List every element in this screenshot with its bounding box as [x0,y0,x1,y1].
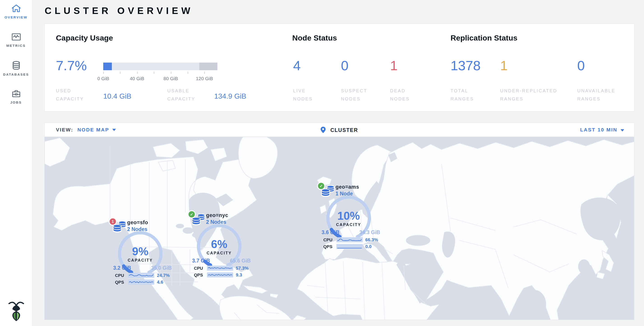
capacity-gauge-label: CAPACITY [322,222,375,227]
node-map-panel: VIEW: NODE MAP CLUSTER LAST 10 MIN [44,123,634,320]
sidebar-item-jobs[interactable]: JOBS [0,85,32,114]
briefcase-icon [11,89,21,98]
qps-sparkline [336,244,362,249]
locality-name: geo=ams [336,184,359,189]
cpu-label: CPU [115,273,128,278]
sidebar-item-label: METRICS [6,44,26,48]
capacity-axis-tick [154,72,154,74]
capacity-gauge-label: CAPACITY [193,251,245,255]
cpu-label: CPU [194,265,206,270]
database-icon [11,61,21,70]
capacity-gauge-percent: 10% [322,209,375,222]
node-locality-marker: 1 geo=sfo 2 Nodes 9% CAPACITY 3.2 GiB 35… [110,218,177,290]
under-replicated-ranges-label: UNDER-REPLICATED RANGES [500,87,557,103]
home-icon [11,4,21,13]
page-title: CLUSTER OVERVIEW [45,5,194,16]
sidebar-item-label: JOBS [10,100,22,104]
capacity-bar-used-segment [103,63,112,70]
cpu-value: 57.3% [236,265,249,270]
live-nodes-count: 4 [293,58,300,73]
sidebar-item-metrics[interactable]: METRICS [0,28,32,57]
locality-name: geo=sfo [127,220,148,225]
qps-label: QPS [194,272,206,277]
sidebar: OVERVIEW METRICS DATABASES JOBS [0,0,32,326]
capacity-axis-tick-label: 80 GiB [160,76,182,81]
capacity-bar [103,63,217,70]
qps-label: QPS [115,279,128,284]
qps-value: 4.6 [157,279,163,284]
total-ranges-count: 1378 [450,58,481,73]
cpu-value: 66.3% [365,237,378,242]
used-capacity-value: 10.4 GiB [103,92,132,100]
location-pin-icon [321,127,326,134]
qps-value: 9.3 [236,272,242,277]
breadcrumb: CLUSTER [45,126,634,134]
view-toolbar: VIEW: NODE MAP CLUSTER LAST 10 MIN [45,123,634,137]
node-locality-marker: ✓ geo=nyc 2 Nodes 6% CAPACITY 3.7 GiB 65… [188,211,256,283]
used-capacity-label: USED CAPACITY [56,87,84,103]
capacity-axis-tick-label: 0 GiB [92,76,114,81]
cpu-label: CPU [323,237,336,242]
capacity-usage-heading: Capacity Usage [56,34,113,43]
capacity-axis-tick-label: 40 GiB [126,76,148,81]
capacity-bar-nonusable-segment [199,63,217,70]
capacity-axis-tick [171,72,171,74]
capacity-axis-tick [137,72,138,74]
sidebar-item-label: DATABASES [3,72,29,77]
node-locality-marker: ✓ geo=ams 1 Node 10% CAPACITY 3.6 GiB 34… [318,183,386,255]
qps-value: 0.0 [365,244,372,249]
capacity-total-value: 34.3 GiB [350,230,380,235]
capacity-total-value: 65.6 GiB [221,258,251,263]
sidebar-item-label: OVERVIEW [4,15,27,19]
cpu-sparkline [128,273,154,278]
cluster-summary-panel: Capacity Usage 7.7% 0 GiB40 GiB80 GiB120… [44,23,634,112]
breadcrumb-cluster[interactable]: CLUSTER [330,127,358,133]
capacity-axis-tick [188,72,188,74]
locality-name: geo=nyc [206,212,228,218]
cockroachdb-bug-logo[interactable] [8,301,24,323]
qps-sparkline [128,279,154,284]
cpu-sparkline [336,237,362,242]
usable-capacity-label: USABLE CAPACITY [167,87,195,103]
live-nodes-label: LIVE NODES [293,87,313,103]
unavailable-ranges-count: 0 [577,58,585,73]
dead-nodes-label: DEAD NODES [390,87,410,103]
capacity-axis-tick [103,72,104,74]
usable-capacity-value: 134.9 GiB [214,92,246,100]
capacity-bar-axis: 0 GiB40 GiB80 GiB120 GiB [103,71,217,84]
qps-sparkline [207,272,233,277]
qps-label: QPS [323,244,336,249]
sidebar-item-overview[interactable]: OVERVIEW [0,0,32,28]
cpu-sparkline [207,265,233,270]
capacity-total-value: 35.0 GiB [142,265,172,271]
capacity-axis-tick-label: 120 GiB [193,76,216,81]
sidebar-item-databases[interactable]: DATABASES [0,57,32,85]
unavailable-ranges-label: UNAVAILABLE RANGES [577,87,615,103]
suspect-nodes-count: 0 [341,58,348,73]
total-ranges-label: TOTAL RANGES [450,87,474,103]
capacity-gauge-label: CAPACITY [114,258,166,263]
under-replicated-ranges-count: 1 [500,58,508,73]
dead-nodes-count: 1 [390,58,398,73]
capacity-used-value: 3.2 GiB [113,265,131,271]
suspect-nodes-label: SUSPECT NODES [341,87,367,103]
capacity-axis-tick [120,72,121,74]
world-map[interactable]: 1 geo=sfo 2 Nodes 9% CAPACITY 3.2 GiB 35… [45,137,634,320]
capacity-used-percent: 7.7% [56,58,87,73]
capacity-gauge-percent: 6% [193,238,245,251]
node-status-heading: Node Status [292,34,337,43]
replication-status-heading: Replication Status [450,34,518,43]
capacity-used-value: 3.6 GiB [322,230,339,235]
capacity-gauge-percent: 9% [114,245,166,258]
capacity-used-value: 3.7 GiB [192,258,210,263]
metrics-graph-icon [11,32,21,41]
cpu-value: 24.7% [157,273,170,278]
capacity-axis-tick [204,72,205,74]
